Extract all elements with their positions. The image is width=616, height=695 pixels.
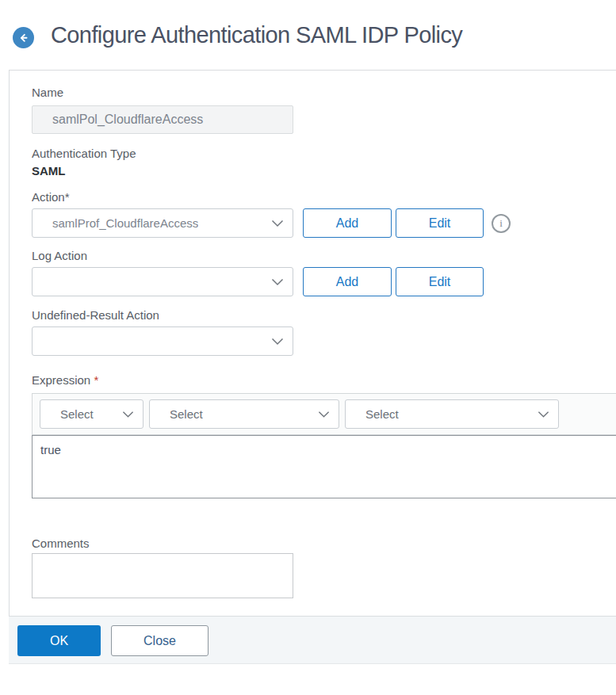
comments-input[interactable] <box>32 553 293 598</box>
page-title: Configure Authentication SAML IDP Policy <box>51 22 462 48</box>
name-input[interactable] <box>32 105 293 134</box>
auth-type-label: Authentication Type <box>32 147 136 160</box>
action-select[interactable]: samlProf_CloudflareAccess <box>32 208 293 238</box>
undefined-result-action-select[interactable] <box>32 326 293 356</box>
log-action-edit-button[interactable]: Edit <box>396 267 484 296</box>
info-circle-icon[interactable]: i <box>492 214 511 233</box>
comments-label: Comments <box>32 537 90 550</box>
chevron-down-icon <box>318 411 330 418</box>
required-marker: * <box>94 373 98 387</box>
chevron-down-icon <box>271 278 284 285</box>
arrow-left-icon <box>17 32 29 44</box>
action-label: Action* <box>32 190 70 204</box>
log-action-add-button[interactable]: Add <box>303 267 392 296</box>
expression-select-2[interactable]: Select <box>149 399 339 429</box>
action-select-value: samlProf_CloudflareAccess <box>33 216 198 230</box>
log-action-select[interactable] <box>32 267 293 296</box>
footer-bar: OK Close <box>9 616 616 664</box>
action-add-button[interactable]: Add <box>303 208 392 238</box>
expression-select-3[interactable]: Select <box>345 399 559 429</box>
chevron-down-icon <box>122 411 134 418</box>
expression-label: Expression * <box>32 373 98 387</box>
close-button[interactable]: Close <box>111 625 209 656</box>
log-action-label: Log Action <box>32 249 87 262</box>
expression-select-1[interactable]: Select <box>40 399 143 429</box>
chevron-down-icon <box>271 220 284 227</box>
expression-editor[interactable]: true <box>32 435 616 498</box>
expression-toolbar: Select Select Select <box>32 393 616 435</box>
ok-button[interactable]: OK <box>17 625 101 656</box>
back-button[interactable] <box>13 27 34 48</box>
name-label: Name <box>32 86 63 99</box>
chevron-down-icon <box>538 411 549 418</box>
action-edit-button[interactable]: Edit <box>396 208 484 238</box>
undefined-result-action-label: Undefined-Result Action <box>32 308 159 322</box>
auth-type-value: SAML <box>32 164 66 178</box>
chevron-down-icon <box>271 338 284 345</box>
